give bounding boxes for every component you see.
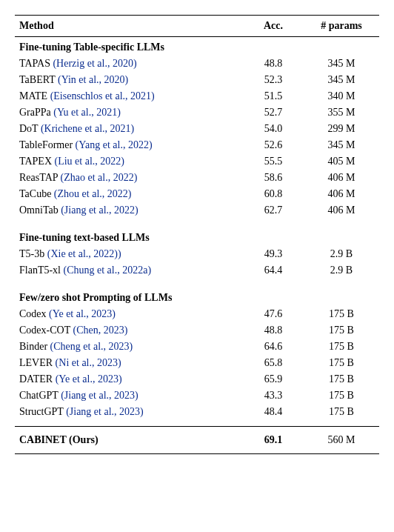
table-row: TaCube (Zhou et al., 2022)60.8406 M (15, 186, 379, 202)
citation: (Krichene et al., 2021) (41, 123, 134, 134)
method-cell: FlanT5-xl (Chung et al., 2022a) (15, 262, 243, 279)
section-title: Fine-tuning text-based LLMs (15, 225, 379, 246)
spacer-row (15, 279, 379, 285)
params-cell: 345 M (304, 72, 379, 88)
table-row: Codex (Ye et al., 2023)47.6175 B (15, 306, 379, 322)
method-cell: GraPPa (Yu et al., 2021) (15, 104, 243, 121)
method-cell: T5-3b (Xie et al., 2022)) (15, 246, 243, 262)
section-header: Fine-tuning text-based LLMs (15, 225, 379, 246)
params-cell: 340 M (304, 88, 379, 104)
citation: (Ye et al., 2023) (56, 373, 122, 385)
params-cell: 2.9 B (304, 246, 379, 262)
method-name: ReasTAP (19, 172, 61, 183)
citation: (Yu et al., 2021) (53, 107, 121, 118)
citation: (Yang et al., 2022) (76, 139, 153, 150)
citation: (Yin et al., 2020) (58, 74, 128, 85)
params-cell: 175 B (304, 371, 379, 388)
citation: (Xie et al., 2022)) (47, 248, 121, 259)
method-cell: LEVER (Ni et al., 2023) (15, 355, 243, 371)
citation: (Zhao et al., 2022) (61, 172, 138, 183)
table-row: DoT (Krichene et al., 2021)54.0299 M (15, 121, 379, 137)
method-name: T5-3b (19, 248, 47, 259)
method-name: DoT (19, 123, 41, 134)
params-cell: 175 B (304, 306, 379, 322)
citation: (Jiang et al., 2023) (66, 406, 144, 417)
spacer-row (15, 219, 379, 225)
method-name: OmniTab (19, 205, 61, 216)
params-cell: 560 M (304, 427, 379, 454)
table-row: TaBERT (Yin et al., 2020)52.3345 M (15, 72, 379, 88)
acc-cell: 48.8 (243, 322, 304, 339)
acc-cell: 52.6 (243, 137, 304, 153)
section-header: Few/zero shot Prompting of LLMs (15, 285, 379, 306)
citation: (Herzig et al., 2020) (53, 58, 136, 69)
table-row: TAPEX (Liu et al., 2022)55.5405 M (15, 153, 379, 170)
params-cell: 175 B (304, 322, 379, 339)
acc-cell: 64.6 (243, 339, 304, 355)
method-cell: TaCube (Zhou et al., 2022) (15, 186, 243, 202)
citation: (Ni et al., 2023) (56, 357, 121, 368)
method-name: GraPPa (19, 107, 53, 118)
acc-cell: 65.8 (243, 355, 304, 371)
method-name: LEVER (19, 357, 56, 368)
method-name: TaCube (19, 188, 54, 199)
citation: (Eisenschlos et al., 2021) (50, 90, 155, 102)
params-cell: 345 M (304, 56, 379, 72)
method-name: StructGPT (19, 406, 66, 417)
method-cell: Codex (Ye et al., 2023) (15, 306, 243, 322)
citation: (Ye et al., 2023) (49, 308, 116, 319)
col-acc: Acc. (243, 16, 304, 37)
table-row: DATER (Ye et al., 2023)65.9175 B (15, 371, 379, 388)
method-cell: TaBERT (Yin et al., 2020) (15, 72, 243, 88)
params-cell: 355 M (304, 104, 379, 121)
params-cell: 2.9 B (304, 262, 379, 279)
method-name: ChatGPT (19, 390, 61, 401)
acc-cell: 69.1 (243, 427, 304, 454)
method-cell: TAPEX (Liu et al., 2022) (15, 153, 243, 170)
method-name: TaBERT (19, 74, 58, 85)
table-row: T5-3b (Xie et al., 2022))49.32.9 B (15, 246, 379, 262)
spacer-row (15, 420, 379, 427)
table-row: Codex-COT (Chen, 2023)48.8175 B (15, 322, 379, 339)
citation: (Jiang et al., 2023) (61, 390, 138, 401)
col-params: # params (304, 16, 379, 37)
table-row: ReasTAP (Zhao et al., 2022)58.6406 M (15, 170, 379, 186)
method-name: TAPEX (19, 156, 55, 167)
method-cell: ChatGPT (Jiang et al., 2023) (15, 388, 243, 404)
params-cell: 406 M (304, 170, 379, 186)
acc-cell: 64.4 (243, 262, 304, 279)
method-name: Codex (19, 308, 49, 319)
table-row: MATE (Eisenschlos et al., 2021)51.5340 M (15, 88, 379, 104)
acc-cell: 58.6 (243, 170, 304, 186)
method-cell: TableFormer (Yang et al., 2022) (15, 137, 243, 153)
method-cell: StructGPT (Jiang et al., 2023) (15, 404, 243, 420)
acc-cell: 47.6 (243, 306, 304, 322)
results-table: Method Acc. # params Fine-tuning Table-s… (15, 15, 379, 454)
method-name: TableFormer (19, 139, 76, 150)
table-row: StructGPT (Jiang et al., 2023)48.4175 B (15, 404, 379, 420)
params-cell: 405 M (304, 153, 379, 170)
acc-cell: 48.4 (243, 404, 304, 420)
method-name: TAPAS (19, 58, 53, 69)
method-cell: Binder (Cheng et al., 2023) (15, 339, 243, 355)
method-name: DATER (19, 373, 56, 385)
params-cell: 175 B (304, 339, 379, 355)
acc-cell: 48.8 (243, 56, 304, 72)
table-row: FlanT5-xl (Chung et al., 2022a)64.42.9 B (15, 262, 379, 279)
acc-cell: 65.9 (243, 371, 304, 388)
table-row: LEVER (Ni et al., 2023)65.8175 B (15, 355, 379, 371)
method-cell: CABINET (Ours) (15, 427, 243, 454)
acc-cell: 55.5 (243, 153, 304, 170)
citation: (Chung et al., 2022a) (64, 265, 152, 276)
section-title: Few/zero shot Prompting of LLMs (15, 285, 379, 306)
params-cell: 175 B (304, 355, 379, 371)
acc-cell: 52.3 (243, 72, 304, 88)
acc-cell: 62.7 (243, 202, 304, 219)
citation: (Jiang et al., 2022) (61, 205, 138, 216)
method-name: MATE (19, 90, 50, 102)
table-row: TableFormer (Yang et al., 2022)52.6345 M (15, 137, 379, 153)
acc-cell: 51.5 (243, 88, 304, 104)
citation: (Liu et al., 2022) (55, 156, 124, 167)
header-row: Method Acc. # params (15, 16, 379, 37)
section-title: Fine-tuning Table-specific LLMs (15, 37, 379, 56)
